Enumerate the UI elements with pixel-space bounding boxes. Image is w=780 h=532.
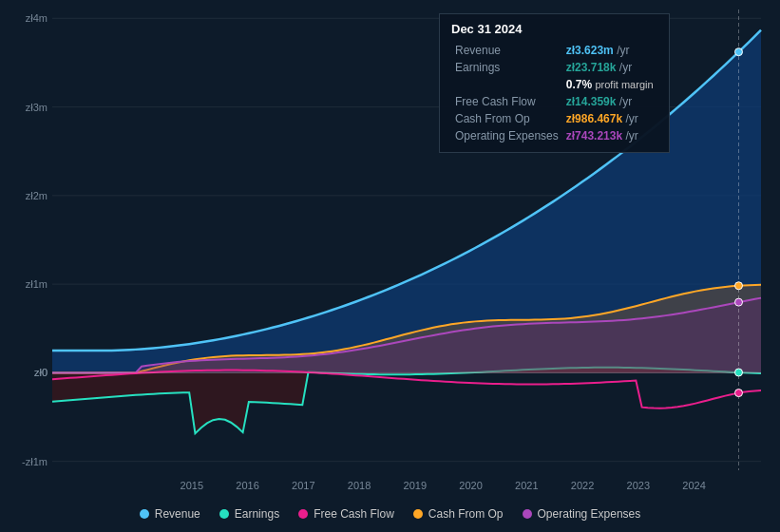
chart-legend: Revenue Earnings Free Cash Flow Cash Fro…: [0, 507, 780, 521]
legend-fcf[interactable]: Free Cash Flow: [298, 507, 394, 521]
legend-cfo[interactable]: Cash From Op: [413, 507, 504, 521]
tooltip-value-revenue: zł3.623m: [566, 44, 614, 57]
legend-dot-fcf: [298, 509, 308, 519]
tooltip-value-cfo: zł986.467k: [566, 112, 622, 125]
tooltip-label-opex: Operating Expenses: [451, 127, 562, 144]
legend-dot-opex: [523, 509, 532, 519]
tooltip-label-fcf: Free Cash Flow: [451, 93, 562, 110]
legend-label-revenue: Revenue: [155, 507, 200, 521]
tooltip-label-cfo: Cash From Op: [451, 110, 562, 127]
tooltip-label-revenue: Revenue: [451, 42, 562, 59]
tooltip-panel: Dec 31 2024 Revenue zł3.623m /yr Earning…: [439, 13, 670, 153]
legend-label-opex: Operating Expenses: [538, 507, 641, 521]
tooltip-margin-label: profit margin: [595, 79, 653, 90]
legend-earnings[interactable]: Earnings: [219, 507, 279, 521]
tooltip-value-fcf: zł14.359k: [566, 95, 617, 108]
legend-label-earnings: Earnings: [235, 507, 279, 521]
tooltip-value-earnings: zł23.718k: [566, 61, 617, 74]
tooltip-margin-value: 0.7%: [566, 78, 592, 91]
legend-dot-earnings: [219, 509, 229, 519]
tooltip-date: Dec 31 2024: [451, 22, 657, 42]
legend-opex[interactable]: Operating Expenses: [523, 507, 641, 521]
tooltip-value-opex: zł743.213k: [566, 129, 622, 142]
legend-revenue[interactable]: Revenue: [140, 507, 200, 521]
legend-dot-cfo: [413, 509, 423, 519]
legend-label-cfo: Cash From Op: [428, 507, 504, 521]
tooltip-label-earnings: Earnings: [451, 59, 562, 76]
legend-label-fcf: Free Cash Flow: [314, 507, 394, 521]
chart-container: Dec 31 2024 Revenue zł3.623m /yr Earning…: [0, 0, 780, 532]
legend-dot-revenue: [140, 509, 149, 519]
